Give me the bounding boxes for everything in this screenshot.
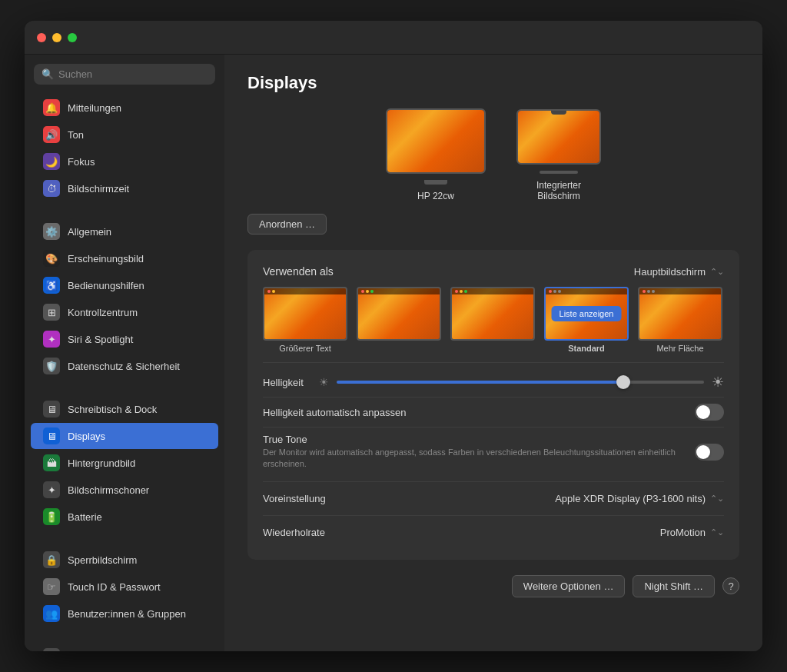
sidebar-item-fokus[interactable]: 🌙 Fokus (31, 148, 218, 175)
main-window: 🔍 🔔 Mitteilungen 🔊 Ton 🌙 Fokus ⏱ (25, 21, 762, 651)
res-mini-bar-3 (452, 288, 533, 294)
helligkeit-auto-label: Helligkeit automatisch anpassen (263, 407, 406, 418)
wiederholrate-chevron: ⌃⌄ (710, 527, 724, 537)
sidebar-label-fokus: Fokus (68, 156, 95, 168)
night-shift-button[interactable]: Night Shift … (633, 575, 715, 597)
sidebar-item-schreibtisch-dock[interactable]: 🖥 Schreibtisch & Dock (31, 396, 218, 422)
res-dot-g3 (464, 290, 467, 293)
maximize-button[interactable] (68, 33, 77, 42)
res-option-groesser[interactable]: Größerer Text (263, 287, 347, 353)
sidebar-item-kontrollzentrum[interactable]: ⊞ Kontrollzentrum (31, 299, 218, 325)
hintergrundbild-icon: 🏔 (43, 454, 60, 471)
fokus-icon: 🌙 (43, 153, 60, 170)
sidebar-item-sperrbildschirm[interactable]: 🔒 Sperrbildschirm (31, 547, 218, 573)
helligkeit-slider-container[interactable] (337, 381, 704, 384)
res-thumb-standard: Liste anzeigen (544, 287, 629, 341)
helligkeit-auto-toggle[interactable] (695, 404, 724, 421)
allgemein-icon: ⚙️ (43, 223, 60, 240)
res-mini-bar-mehr (639, 288, 721, 294)
page-title: Displays (247, 73, 739, 93)
res-dot-r2 (361, 290, 364, 293)
datenschutz-icon: 🛡️ (43, 358, 60, 374)
verwenden-als-label: Verwenden als (263, 265, 334, 278)
sidebar-item-datenschutz[interactable]: 🛡️ Datenschutz & Sicherheit (31, 353, 218, 379)
liste-btn[interactable]: Liste anzeigen (552, 306, 622, 321)
wiederholrate-value[interactable]: ProMotion ⌃⌄ (660, 527, 724, 538)
sidebar-label-benutzer: Benutzer:innen & Gruppen (68, 608, 186, 620)
divider-after-resolution (263, 362, 724, 363)
voreinstellung-value[interactable]: Apple XDR Display (P3-1600 nits) ⌃⌄ (555, 493, 724, 504)
res-mini-bar-std (546, 288, 627, 294)
res-mini-bar-2 (358, 288, 440, 294)
sidebar-item-allgemein[interactable]: ⚙️ Allgemein (31, 218, 218, 245)
resolution-options: Größerer Text (263, 287, 724, 353)
res-mini-wallpaper-1 (264, 288, 346, 339)
sidebar-item-bedienungshilfen[interactable]: ♿ Bedienungshilfen (31, 272, 218, 298)
sidebar-item-passwoerter[interactable]: 🔑 Passwörter (31, 644, 218, 651)
content-area: 🔍 🔔 Mitteilungen 🔊 Ton 🌙 Fokus ⏱ (25, 55, 762, 651)
res-option-mehr-flaeche[interactable]: Mehr Fläche (638, 287, 722, 353)
wiederholrate-current: ProMotion (660, 527, 706, 538)
sidebar-item-touch-id[interactable]: ☞ Touch ID & Passwort (31, 574, 218, 600)
sidebar-item-bildschirmzeit[interactable]: ⏱ Bildschirmzeit (31, 175, 218, 201)
sidebar-item-siri-spotlight[interactable]: ✦ Siri & Spotlight (31, 326, 218, 352)
sidebar-label-displays: Displays (68, 431, 105, 442)
sidebar-item-benutzer[interactable]: 👥 Benutzer:innen & Gruppen (31, 600, 218, 627)
res-dot-y2 (366, 290, 369, 293)
display-thumb-integriert[interactable] (516, 109, 601, 165)
true-tone-content: True Tone Der Monitor wird automatisch a… (263, 434, 686, 471)
display-thumb-hp22cw[interactable] (386, 108, 486, 174)
sidebar-label-touch-id: Touch ID & Passwort (68, 581, 161, 593)
bildschirmschoner-icon: ✦ (43, 481, 60, 498)
arrange-button[interactable]: Anordnen … (247, 214, 327, 235)
sidebar-item-bildschirmschoner[interactable]: ✦ Bildschirmschoner (31, 477, 218, 503)
res-mini-bar-1 (264, 288, 346, 294)
sidebar-label-erscheinungsbild: Erscheinungsbild (68, 253, 144, 264)
weitere-optionen-button[interactable]: Weitere Optionen … (512, 575, 626, 597)
res-mini-wallpaper-3 (452, 288, 533, 339)
close-button[interactable] (37, 33, 46, 42)
helligkeit-slider-row: ☀ ☀ (319, 374, 724, 391)
res-option-standard[interactable]: Liste anzeigen Standard (544, 287, 629, 353)
display-item-hp22cw: HP 22cw (386, 108, 486, 201)
erscheinungsbild-icon: 🎨 (43, 250, 60, 267)
res-thumb-groesser (263, 287, 347, 341)
sidebar-item-hintergrundbild[interactable]: 🏔 Hintergrundbild (31, 450, 218, 476)
search-input[interactable] (58, 68, 208, 80)
search-bar[interactable]: 🔍 (34, 64, 215, 85)
wiederholrate-row: Wiederholrate ProMotion ⌃⌄ (263, 521, 724, 544)
sidebar-item-mitteilungen[interactable]: 🔔 Mitteilungen (31, 95, 218, 121)
help-button[interactable]: ? (722, 577, 739, 594)
res-dot-rmehr (643, 290, 646, 293)
res-option-2[interactable] (357, 287, 441, 353)
res-option-3[interactable] (450, 287, 535, 353)
bildschirmzeit-icon: ⏱ (43, 180, 60, 197)
sidebar-label-batterie: Batterie (68, 511, 102, 523)
sidebar-item-batterie[interactable]: 🔋 Batterie (31, 504, 218, 530)
res-thumb-3 (450, 287, 535, 341)
display-stand-integriert (540, 171, 578, 174)
true-tone-knob (696, 445, 710, 459)
true-tone-row: True Tone Der Monitor wird automatisch a… (263, 427, 724, 477)
true-tone-toggle[interactable] (695, 444, 724, 461)
sidebar-item-displays[interactable]: 🖥 Displays (31, 423, 218, 449)
res-mini-wallpaper-mehr (639, 288, 721, 339)
passwoerter-icon: 🔑 (43, 648, 60, 651)
voreinstellung-label: Voreinstellung (263, 493, 326, 504)
settings-panel: Verwenden als Hauptbildschirm ⌃⌄ (247, 250, 739, 560)
res-dot-y1 (272, 290, 275, 293)
res-dot-rstd (549, 290, 552, 293)
schreibtisch-icon: 🖥 (43, 401, 60, 418)
divider-before-voreinstellung (263, 481, 724, 482)
res-dot-r3 (455, 290, 458, 293)
res-dot-g2 (370, 290, 374, 293)
sidebar-section-3: 🖥 Schreibtisch & Dock 🖥 Displays 🏔 Hinte… (25, 395, 224, 531)
verwenden-als-value[interactable]: Hauptbildschirm ⌃⌄ (634, 266, 724, 278)
voreinstellung-row: Voreinstellung Apple XDR Display (P3-160… (263, 487, 724, 511)
res-thumb-2 (357, 287, 441, 341)
sidebar-item-erscheinungsbild[interactable]: 🎨 Erscheinungsbild (31, 245, 218, 271)
minimize-button[interactable] (52, 33, 61, 42)
sun-bright-icon: ☀ (712, 374, 724, 391)
sidebar-item-ton[interactable]: 🔊 Ton (31, 121, 218, 148)
display-wallpaper-hp22cw (387, 110, 484, 172)
